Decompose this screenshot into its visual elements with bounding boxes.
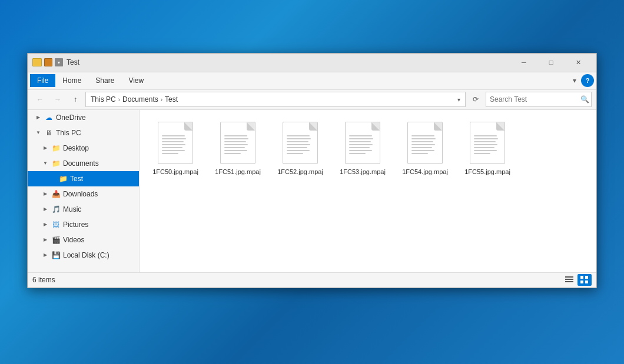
- doc-line: [349, 138, 373, 139]
- sidebar-item-documents[interactable]: ▼ 📁 Documents: [28, 156, 139, 171]
- close-button[interactable]: ✕: [565, 53, 592, 72]
- forward-button[interactable]: →: [50, 92, 65, 107]
- test-folder-icon: 📁: [58, 174, 68, 183]
- menu-chevron-icon[interactable]: ▾: [570, 74, 579, 87]
- expand-onedrive-icon[interactable]: ▶: [32, 112, 44, 123]
- breadcrumb-dropdown-icon[interactable]: ▾: [457, 96, 460, 103]
- sidebar-item-localdisk[interactable]: ▶ 💾 Local Disk (C:): [28, 248, 139, 263]
- sidebar-item-thispc[interactable]: ▼ 🖥 This PC: [28, 125, 139, 141]
- title-bar-icons: ▾: [32, 58, 63, 66]
- expand-thispc-icon[interactable]: ▼: [32, 127, 44, 139]
- doc-line: [474, 153, 490, 154]
- doc-line: [474, 150, 497, 151]
- sidebar-label-test: Test: [70, 175, 134, 183]
- doc-line: [224, 135, 247, 136]
- file-icon-0: [158, 122, 193, 164]
- breadcrumb-this-pc[interactable]: This PC: [91, 95, 116, 103]
- search-icon[interactable]: 🔍: [580, 95, 589, 103]
- doc-line: [162, 135, 185, 136]
- doc-line: [287, 141, 308, 142]
- doc-line: [474, 147, 494, 148]
- desktop-folder-icon: 📁: [51, 143, 61, 153]
- doc-line: [349, 150, 372, 151]
- menu-bar-right: ▾ ?: [570, 74, 594, 87]
- menu-share[interactable]: Share: [88, 74, 121, 87]
- expand-documents-icon[interactable]: ▼: [39, 158, 51, 169]
- sidebar-label-desktop: Desktop: [63, 144, 134, 152]
- minimize-button[interactable]: ─: [510, 53, 537, 72]
- breadcrumb-sep-1: ›: [118, 96, 120, 103]
- sidebar-item-desktop[interactable]: ▶ 📁 Desktop: [28, 141, 139, 156]
- sidebar-label-pictures: Pictures: [63, 221, 134, 229]
- file-item-0[interactable]: 1FC50.jpg.mpaj: [149, 119, 202, 178]
- svg-rect-3: [580, 276, 583, 279]
- menu-file[interactable]: File: [30, 74, 55, 87]
- file-item-5[interactable]: 1FC55.jpg.mpaj: [461, 119, 514, 178]
- doc-line: [162, 138, 186, 139]
- music-folder-icon: 🎵: [51, 205, 61, 214]
- view-buttons: [562, 274, 592, 286]
- file-icon-4: [407, 122, 443, 164]
- doc-line: [224, 147, 245, 148]
- doc-line: [224, 144, 248, 145]
- expand-videos-icon[interactable]: ▶: [39, 234, 51, 246]
- expand-test-icon[interactable]: [47, 173, 58, 185]
- sidebar-item-pictures[interactable]: ▶ 🖼 Pictures: [28, 217, 139, 232]
- doc-line: [474, 138, 498, 139]
- file-item-2[interactable]: 1FC52.jpg.mpaj: [274, 119, 327, 178]
- breadcrumb-sep-2: ›: [161, 96, 162, 103]
- breadcrumb-test[interactable]: Test: [165, 95, 178, 103]
- expand-music-icon[interactable]: ▶: [39, 203, 51, 215]
- doc-line: [162, 144, 185, 145]
- doc-line: [349, 147, 370, 148]
- doc-line: [474, 144, 497, 145]
- details-view-button[interactable]: [562, 274, 576, 286]
- main-content: ▶ ☁ OneDrive ▼ 🖥 This PC ▶ 📁 Desktop ▼ 📁…: [28, 110, 596, 272]
- doc-line: [411, 153, 428, 154]
- doc-line: [349, 141, 371, 142]
- up-button[interactable]: ↑: [68, 92, 83, 107]
- sidebar-label-downloads: Downloads: [63, 190, 134, 198]
- refresh-button[interactable]: ⟳: [468, 92, 483, 107]
- doc-lines-1: [221, 133, 255, 156]
- status-bar: 6 items: [28, 272, 596, 288]
- file-item-1[interactable]: 1FC51.jpg.mpaj: [211, 119, 264, 178]
- search-input[interactable]: [490, 95, 578, 103]
- file-name-2: 1FC52.jpg.mpaj: [277, 168, 323, 176]
- file-area: 1FC50.jpg.mpaj: [140, 110, 596, 272]
- pictures-folder-icon: 🖼: [51, 220, 61, 229]
- menu-home[interactable]: Home: [55, 74, 88, 87]
- expand-desktop-icon[interactable]: ▶: [39, 142, 51, 154]
- folder-icon-2: [44, 58, 52, 66]
- breadcrumb-bar[interactable]: This PC › Documents › Test ▾: [85, 92, 466, 107]
- dropdown-arrow-icon[interactable]: ▾: [55, 58, 63, 66]
- sidebar-item-onedrive[interactable]: ▶ ☁ OneDrive: [28, 110, 139, 125]
- doc-line: [474, 135, 497, 136]
- sidebar-label-thispc: This PC: [56, 129, 134, 137]
- file-item-4[interactable]: 1FC54.jpg.mpaj: [399, 119, 452, 178]
- back-button[interactable]: ←: [32, 92, 48, 107]
- sidebar-label-music: Music: [63, 205, 134, 213]
- menu-view[interactable]: View: [121, 74, 151, 87]
- doc-line: [162, 150, 185, 151]
- icon-view-button[interactable]: [577, 274, 592, 286]
- breadcrumb-documents[interactable]: Documents: [122, 95, 158, 103]
- sidebar-item-test[interactable]: 📁 Test: [28, 171, 139, 186]
- doc-line: [224, 150, 247, 151]
- file-name-5: 1FC55.jpg.mpaj: [464, 168, 510, 176]
- sidebar-item-downloads[interactable]: ▶ 📥 Downloads: [28, 186, 139, 202]
- file-grid: 1FC50.jpg.mpaj: [149, 119, 587, 178]
- doc-line: [411, 150, 434, 151]
- doc-line: [224, 153, 241, 154]
- expand-localdisk-icon[interactable]: ▶: [39, 249, 51, 261]
- search-box[interactable]: 🔍: [486, 92, 592, 107]
- maximize-button[interactable]: □: [537, 53, 565, 72]
- help-button[interactable]: ?: [581, 74, 594, 87]
- file-item-3[interactable]: 1FC53.jpg.mpaj: [336, 119, 389, 178]
- doc-line: [474, 141, 496, 142]
- expand-pictures-icon[interactable]: ▶: [39, 219, 51, 231]
- sidebar-item-videos[interactable]: ▶ 🎬 Videos: [28, 232, 139, 248]
- expand-downloads-icon[interactable]: ▶: [39, 188, 51, 200]
- sidebar-item-music[interactable]: ▶ 🎵 Music: [28, 202, 139, 217]
- doc-line: [287, 144, 310, 145]
